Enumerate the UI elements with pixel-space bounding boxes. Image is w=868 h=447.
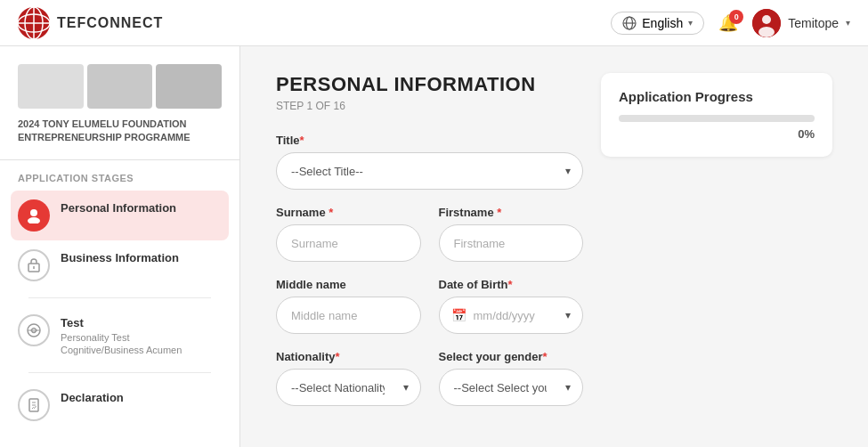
svg-point-9 xyxy=(762,15,771,24)
globe-icon xyxy=(622,16,637,30)
sidebar-program: 2024 TONY ELUMELU FOUNDATION ENTREPRENEU… xyxy=(0,46,239,160)
stages-label: APPLICATION STAGES xyxy=(0,160,239,191)
step-label: STEP 1 OF 16 xyxy=(276,100,583,112)
middlename-label: Middle name xyxy=(276,278,421,291)
logo: TEFCONNECT xyxy=(18,7,163,39)
gender-group: Select your gender* --Select Select your… xyxy=(439,350,584,406)
sidebar-divider-2 xyxy=(28,372,211,373)
sidebar: 2024 TONY ELUMELU FOUNDATION ENTREPRENEU… xyxy=(0,46,240,447)
notification-button[interactable]: 🔔 0 xyxy=(718,13,738,33)
nationality-gender-row: Nationality* --Select Nationality-- Nige… xyxy=(276,350,583,406)
user-avatar xyxy=(752,9,781,37)
language-label: English xyxy=(642,16,683,30)
firstname-label: Firstname * xyxy=(439,206,584,219)
middlename-group: Middle name xyxy=(276,278,421,334)
sidebar-img-3 xyxy=(156,64,222,109)
title-select-wrapper: --Select Title-- Mr. Mrs. Ms. Dr. ▾ xyxy=(276,152,583,190)
sidebar-images xyxy=(18,64,222,109)
sidebar-item-personal-information[interactable]: Personal Information xyxy=(11,191,229,240)
page-title: PERSONAL INFORMATION xyxy=(276,73,583,96)
middlename-dob-row: Middle name Date of Birth* 📅 mm/dd/yyyy … xyxy=(276,278,583,334)
page-layout: 2024 TONY ELUMELU FOUNDATION ENTREPRENEU… xyxy=(0,46,868,447)
firstname-input[interactable] xyxy=(439,224,584,262)
gender-label: Select your gender* xyxy=(439,350,584,363)
progress-card: Application Progress 0% xyxy=(601,73,832,157)
user-name: Temitope xyxy=(788,16,839,30)
app-header: TEFCONNECT English ▾ 🔔 0 Temitope ▾ xyxy=(0,0,868,46)
logo-text: TEFCONNECT xyxy=(57,15,163,31)
surname-group: Surname * xyxy=(276,206,421,262)
nationality-select-wrapper: --Select Nationality-- Nigerian Ghanaian… xyxy=(276,369,421,406)
nationality-group: Nationality* --Select Nationality-- Nige… xyxy=(276,350,421,406)
logo-icon xyxy=(18,7,50,39)
stages-list: Personal Information Business Informatio… xyxy=(0,191,239,431)
nationality-label: Nationality* xyxy=(276,350,421,363)
title-label: Title* xyxy=(276,134,583,147)
personal-info-icon xyxy=(18,199,50,232)
program-title: 2024 TONY ELUMELU FOUNDATION ENTREPRENEU… xyxy=(18,118,222,145)
middlename-input[interactable] xyxy=(276,297,421,334)
surname-firstname-row: Surname * Firstname * xyxy=(276,206,583,262)
sidebar-item-test[interactable]: Test Personality TestCognitive/Business … xyxy=(11,305,229,366)
language-selector[interactable]: English ▾ xyxy=(611,12,704,35)
declaration-label: Declaration xyxy=(61,391,222,404)
sidebar-item-business-information[interactable]: Business Information xyxy=(11,240,229,290)
svg-point-11 xyxy=(30,209,37,216)
progress-bar-background xyxy=(619,115,815,122)
header-right: English ▾ 🔔 0 Temitope ▾ xyxy=(611,9,850,37)
language-chevron-icon: ▾ xyxy=(688,18,693,28)
dob-label: Date of Birth* xyxy=(439,278,584,291)
declaration-icon xyxy=(18,389,50,421)
personal-info-label: Personal Information xyxy=(61,201,222,215)
sidebar-item-declaration[interactable]: Declaration xyxy=(11,380,229,430)
test-sublabel: Personality TestCognitive/Business Acume… xyxy=(61,331,222,357)
progress-percent: 0% xyxy=(619,127,815,141)
notification-badge: 0 xyxy=(729,10,743,24)
business-info-icon xyxy=(18,249,50,281)
title-select[interactable]: --Select Title-- Mr. Mrs. Ms. Dr. xyxy=(276,152,583,190)
sidebar-img-1 xyxy=(18,64,84,109)
gender-select-wrapper: --Select Select your gender-- Male Femal… xyxy=(439,369,584,406)
surname-input[interactable] xyxy=(276,224,421,262)
gender-select[interactable]: --Select Select your gender-- Male Femal… xyxy=(439,369,584,406)
nationality-select[interactable]: --Select Nationality-- Nigerian Ghanaian… xyxy=(276,369,421,406)
dob-group: Date of Birth* 📅 mm/dd/yyyy ▾ xyxy=(439,278,584,334)
form-area: PERSONAL INFORMATION STEP 1 OF 16 Title*… xyxy=(276,73,583,422)
sidebar-img-2 xyxy=(87,64,153,109)
sidebar-divider-1 xyxy=(28,297,211,298)
dob-select[interactable]: mm/dd/yyyy xyxy=(439,297,584,334)
user-menu[interactable]: Temitope ▾ xyxy=(752,9,850,37)
firstname-group: Firstname * xyxy=(439,206,584,262)
test-icon xyxy=(18,314,50,346)
main-content: Application Progress 0% PERSONAL INFORMA… xyxy=(240,46,868,447)
surname-label: Surname * xyxy=(276,206,421,219)
svg-point-12 xyxy=(28,217,40,224)
svg-point-10 xyxy=(758,27,775,37)
progress-title: Application Progress xyxy=(619,89,815,104)
user-chevron-icon: ▾ xyxy=(846,18,850,28)
avatar-icon xyxy=(752,9,781,37)
test-label: Test xyxy=(61,316,222,329)
business-info-label: Business Information xyxy=(61,251,222,264)
dob-wrapper: 📅 mm/dd/yyyy ▾ xyxy=(439,297,584,334)
